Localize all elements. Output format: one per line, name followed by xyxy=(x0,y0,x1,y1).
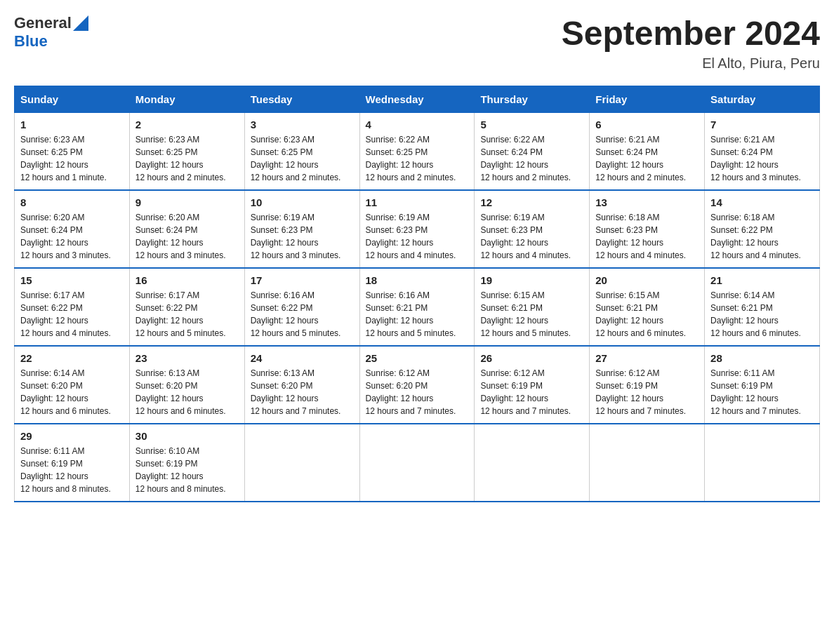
week-row-4: 22Sunrise: 6:14 AMSunset: 6:20 PMDayligh… xyxy=(15,346,820,424)
logo-text-blue: Blue xyxy=(14,32,48,51)
day-info: Sunrise: 6:15 AMSunset: 6:21 PMDaylight:… xyxy=(480,289,583,340)
day-number: 4 xyxy=(366,119,469,130)
calendar-cell: 16Sunrise: 6:17 AMSunset: 6:22 PMDayligh… xyxy=(129,268,244,346)
day-number: 1 xyxy=(20,119,124,130)
day-number: 7 xyxy=(710,119,814,130)
week-row-1: 1Sunrise: 6:23 AMSunset: 6:25 PMDaylight… xyxy=(15,113,820,191)
day-info: Sunrise: 6:16 AMSunset: 6:22 PMDaylight:… xyxy=(251,289,354,340)
calendar-cell: 19Sunrise: 6:15 AMSunset: 6:21 PMDayligh… xyxy=(475,268,590,346)
day-number: 8 xyxy=(20,196,124,208)
svg-marker-0 xyxy=(73,15,88,31)
calendar-cell: 13Sunrise: 6:18 AMSunset: 6:23 PMDayligh… xyxy=(590,190,705,268)
calendar-cell: 5Sunrise: 6:22 AMSunset: 6:24 PMDaylight… xyxy=(475,113,590,191)
calendar-cell: 12Sunrise: 6:19 AMSunset: 6:23 PMDayligh… xyxy=(475,190,590,268)
day-number: 13 xyxy=(595,196,699,208)
calendar-cell: 21Sunrise: 6:14 AMSunset: 6:21 PMDayligh… xyxy=(705,268,820,346)
logo-text-general: General xyxy=(14,14,72,32)
title-block: September 2024 El Alto, Piura, Peru xyxy=(562,14,820,72)
calendar-cell xyxy=(475,424,590,502)
calendar-body: 1Sunrise: 6:23 AMSunset: 6:25 PMDaylight… xyxy=(15,113,820,502)
calendar-subtitle: El Alto, Piura, Peru xyxy=(562,55,820,72)
calendar-cell: 6Sunrise: 6:21 AMSunset: 6:24 PMDaylight… xyxy=(590,113,705,191)
day-info: Sunrise: 6:17 AMSunset: 6:22 PMDaylight:… xyxy=(135,289,239,340)
day-number: 25 xyxy=(366,352,469,364)
calendar-title: September 2024 xyxy=(562,14,820,53)
day-header-tuesday: Tuesday xyxy=(244,86,359,113)
day-header-wednesday: Wednesday xyxy=(359,86,475,113)
calendar-cell: 23Sunrise: 6:13 AMSunset: 6:20 PMDayligh… xyxy=(129,346,244,424)
days-header-row: SundayMondayTuesdayWednesdayThursdayFrid… xyxy=(15,86,820,113)
calendar-cell: 26Sunrise: 6:12 AMSunset: 6:19 PMDayligh… xyxy=(475,346,590,424)
day-number: 17 xyxy=(251,274,354,286)
day-info: Sunrise: 6:12 AMSunset: 6:19 PMDaylight:… xyxy=(595,367,699,417)
calendar-cell: 27Sunrise: 6:12 AMSunset: 6:19 PMDayligh… xyxy=(590,346,705,424)
logo-triangle-icon xyxy=(73,15,88,31)
day-info: Sunrise: 6:20 AMSunset: 6:24 PMDaylight:… xyxy=(20,211,124,262)
day-number: 23 xyxy=(135,352,239,364)
day-number: 15 xyxy=(20,274,124,286)
calendar-cell: 22Sunrise: 6:14 AMSunset: 6:20 PMDayligh… xyxy=(15,346,130,424)
day-info: Sunrise: 6:21 AMSunset: 6:24 PMDaylight:… xyxy=(595,133,699,184)
calendar-cell: 1Sunrise: 6:23 AMSunset: 6:25 PMDaylight… xyxy=(15,113,130,191)
day-header-thursday: Thursday xyxy=(475,86,590,113)
calendar-cell: 9Sunrise: 6:20 AMSunset: 6:24 PMDaylight… xyxy=(129,190,244,268)
day-number: 11 xyxy=(366,196,469,208)
day-number: 10 xyxy=(251,196,354,208)
day-info: Sunrise: 6:14 AMSunset: 6:21 PMDaylight:… xyxy=(710,289,814,340)
week-row-2: 8Sunrise: 6:20 AMSunset: 6:24 PMDaylight… xyxy=(15,190,820,268)
day-info: Sunrise: 6:23 AMSunset: 6:25 PMDaylight:… xyxy=(20,133,124,184)
day-number: 14 xyxy=(710,196,814,208)
day-number: 3 xyxy=(251,119,354,130)
calendar-cell: 20Sunrise: 6:15 AMSunset: 6:21 PMDayligh… xyxy=(590,268,705,346)
day-info: Sunrise: 6:16 AMSunset: 6:21 PMDaylight:… xyxy=(366,289,469,340)
day-info: Sunrise: 6:18 AMSunset: 6:22 PMDaylight:… xyxy=(710,211,814,262)
calendar-cell: 25Sunrise: 6:12 AMSunset: 6:20 PMDayligh… xyxy=(359,346,475,424)
day-number: 2 xyxy=(135,119,239,130)
day-number: 5 xyxy=(480,119,583,130)
calendar-cell: 11Sunrise: 6:19 AMSunset: 6:23 PMDayligh… xyxy=(359,190,475,268)
day-number: 24 xyxy=(251,352,354,364)
calendar-cell: 10Sunrise: 6:19 AMSunset: 6:23 PMDayligh… xyxy=(244,190,359,268)
day-info: Sunrise: 6:14 AMSunset: 6:20 PMDaylight:… xyxy=(20,367,124,417)
calendar-cell: 2Sunrise: 6:23 AMSunset: 6:25 PMDaylight… xyxy=(129,113,244,191)
day-info: Sunrise: 6:21 AMSunset: 6:24 PMDaylight:… xyxy=(710,133,814,184)
week-row-5: 29Sunrise: 6:11 AMSunset: 6:19 PMDayligh… xyxy=(15,424,820,502)
day-info: Sunrise: 6:18 AMSunset: 6:23 PMDaylight:… xyxy=(595,211,699,262)
day-number: 19 xyxy=(480,274,583,286)
day-info: Sunrise: 6:15 AMSunset: 6:21 PMDaylight:… xyxy=(595,289,699,340)
calendar-cell xyxy=(705,424,820,502)
calendar-cell xyxy=(244,424,359,502)
day-number: 12 xyxy=(480,196,583,208)
calendar-cell: 7Sunrise: 6:21 AMSunset: 6:24 PMDaylight… xyxy=(705,113,820,191)
day-number: 28 xyxy=(710,352,814,364)
day-number: 26 xyxy=(480,352,583,364)
day-info: Sunrise: 6:23 AMSunset: 6:25 PMDaylight:… xyxy=(135,133,239,184)
calendar-header: SundayMondayTuesdayWednesdayThursdayFrid… xyxy=(15,86,820,113)
day-number: 16 xyxy=(135,274,239,286)
logo: General Blue xyxy=(14,14,88,51)
day-info: Sunrise: 6:19 AMSunset: 6:23 PMDaylight:… xyxy=(480,211,583,262)
day-header-sunday: Sunday xyxy=(15,86,130,113)
day-header-monday: Monday xyxy=(129,86,244,113)
calendar-table: SundayMondayTuesdayWednesdayThursdayFrid… xyxy=(14,86,820,502)
day-info: Sunrise: 6:20 AMSunset: 6:24 PMDaylight:… xyxy=(135,211,239,262)
day-info: Sunrise: 6:11 AMSunset: 6:19 PMDaylight:… xyxy=(20,445,124,495)
calendar-cell: 17Sunrise: 6:16 AMSunset: 6:22 PMDayligh… xyxy=(244,268,359,346)
day-number: 9 xyxy=(135,196,239,208)
calendar-cell: 14Sunrise: 6:18 AMSunset: 6:22 PMDayligh… xyxy=(705,190,820,268)
day-number: 27 xyxy=(595,352,699,364)
calendar-cell: 8Sunrise: 6:20 AMSunset: 6:24 PMDaylight… xyxy=(15,190,130,268)
calendar-cell xyxy=(590,424,705,502)
calendar-cell: 29Sunrise: 6:11 AMSunset: 6:19 PMDayligh… xyxy=(15,424,130,502)
calendar-cell: 4Sunrise: 6:22 AMSunset: 6:25 PMDaylight… xyxy=(359,113,475,191)
calendar-cell: 30Sunrise: 6:10 AMSunset: 6:19 PMDayligh… xyxy=(129,424,244,502)
day-number: 22 xyxy=(20,352,124,364)
day-info: Sunrise: 6:13 AMSunset: 6:20 PMDaylight:… xyxy=(251,367,354,417)
day-info: Sunrise: 6:17 AMSunset: 6:22 PMDaylight:… xyxy=(20,289,124,340)
page-header: General Blue September 2024 El Alto, Piu… xyxy=(14,14,820,72)
day-info: Sunrise: 6:10 AMSunset: 6:19 PMDaylight:… xyxy=(135,445,239,495)
calendar-cell: 18Sunrise: 6:16 AMSunset: 6:21 PMDayligh… xyxy=(359,268,475,346)
day-number: 20 xyxy=(595,274,699,286)
day-number: 18 xyxy=(366,274,469,286)
day-number: 6 xyxy=(595,119,699,130)
